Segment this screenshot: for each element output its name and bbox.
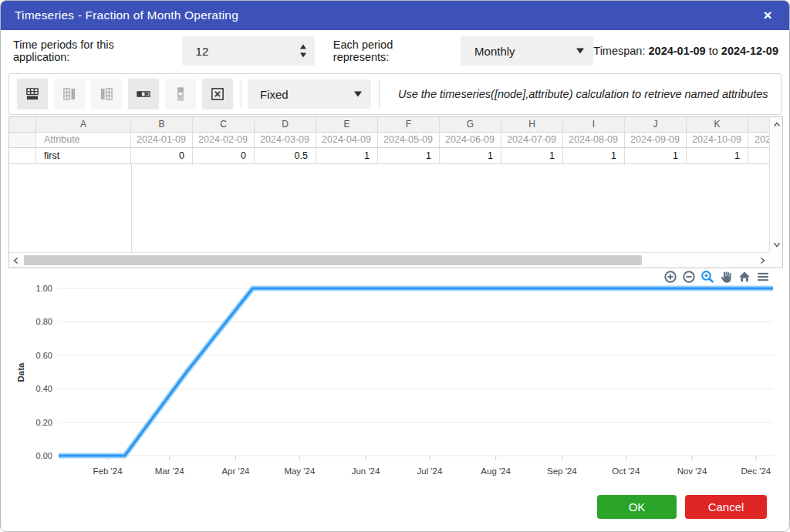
- add-column-after-button: [54, 79, 85, 109]
- svg-text:0.20: 0.20: [36, 418, 52, 427]
- attribute-grid: ABCDEFGHIJKL Attribute2024-01-092024-02-…: [8, 116, 783, 268]
- toolbar-divider: [379, 79, 380, 109]
- scroll-right-icon[interactable]: [756, 254, 768, 267]
- close-icon[interactable]: ×: [757, 5, 778, 26]
- column-header-D[interactable]: D: [255, 117, 316, 133]
- period-represents-label: Each period represents:: [333, 39, 450, 63]
- delete-column-icon: [173, 86, 188, 102]
- scrollbar-thumb[interactable]: [24, 255, 642, 265]
- ok-button[interactable]: OK: [597, 495, 677, 519]
- column-header-B[interactable]: B: [131, 117, 193, 133]
- pan-button[interactable]: [718, 269, 734, 285]
- grid-value-cell[interactable]: 1: [378, 148, 440, 164]
- horizontal-scrollbar[interactable]: [9, 252, 769, 268]
- time-periods-input[interactable]: 12: [182, 36, 315, 66]
- column-header-H[interactable]: H: [501, 117, 563, 133]
- row-header-cell[interactable]: [9, 133, 36, 148]
- column-header-F[interactable]: F: [378, 117, 440, 133]
- attribute-header-cell[interactable]: Attribute: [36, 133, 131, 148]
- column-header-J[interactable]: J: [625, 117, 687, 133]
- timespan-start: 2024-01-09: [649, 45, 706, 57]
- zoom-out-icon: [682, 270, 696, 284]
- zoom-in-button[interactable]: [663, 269, 678, 285]
- chevron-down-icon: [576, 49, 584, 54]
- date-header-cell[interactable]: 2024-02-09: [193, 133, 255, 148]
- date-header-cell[interactable]: 2024-09-09: [625, 133, 687, 148]
- box-zoom-icon: [701, 270, 714, 284]
- svg-text:Sep '24: Sep '24: [547, 466, 577, 476]
- dialog-header: Timeseries - Fraction of Month Operating…: [1, 1, 789, 30]
- date-header-cell[interactable]: 2024-08-09: [563, 133, 625, 148]
- zoom-out-button[interactable]: [681, 269, 697, 285]
- clear-table-button[interactable]: [202, 79, 233, 109]
- period-represents-select[interactable]: Monthly: [461, 36, 593, 66]
- grid-value-cell[interactable]: 1: [563, 148, 625, 164]
- grid-value-cell[interactable]: 1: [316, 148, 378, 164]
- period-represents-value: Monthly: [474, 45, 515, 58]
- timespan-end: 2024-12-09: [721, 45, 778, 57]
- svg-text:Oct '24: Oct '24: [612, 466, 640, 476]
- grid-value-cell[interactable]: 1: [501, 148, 563, 164]
- column-header-E[interactable]: E: [316, 117, 378, 133]
- date-header-cell[interactable]: 2024-11-09: [748, 133, 769, 148]
- time-periods-label: Time periods for this application:: [13, 39, 171, 63]
- svg-text:0.60: 0.60: [36, 351, 52, 360]
- spinner-down-icon[interactable]: [300, 53, 306, 58]
- delete-row-icon: [136, 86, 151, 102]
- grid-value-cell[interactable]: 1: [440, 148, 501, 164]
- date-header-cell[interactable]: 2024-05-09: [378, 133, 440, 148]
- add-row-button[interactable]: [17, 79, 48, 109]
- grid-value-cell[interactable]: 1: [687, 148, 748, 164]
- box-zoom-button[interactable]: [700, 269, 715, 285]
- date-header-cell[interactable]: 2024-10-09: [687, 133, 748, 148]
- grid-corner-cell[interactable]: [9, 117, 36, 133]
- clear-table-icon: [210, 86, 225, 102]
- spinner-arrows[interactable]: [300, 45, 306, 58]
- scroll-up-icon[interactable]: [771, 119, 782, 131]
- column-divider: [131, 164, 132, 252]
- spinner-up-icon[interactable]: [300, 45, 306, 49]
- scroll-down-icon[interactable]: [771, 238, 782, 251]
- grid-value-cell[interactable]: 0.5: [255, 148, 316, 164]
- column-header-K[interactable]: K: [687, 117, 748, 133]
- grid-value-cell[interactable]: 1: [748, 148, 769, 164]
- svg-text:May '24: May '24: [284, 466, 316, 476]
- chart-modebar: [663, 269, 771, 285]
- reset-axes-button[interactable]: [737, 269, 752, 285]
- grid-value-cell[interactable]: 0: [131, 148, 193, 164]
- date-header-cell[interactable]: 2024-01-09: [131, 133, 193, 148]
- cancel-button[interactable]: Cancel: [685, 495, 767, 519]
- row-header-cell[interactable]: [9, 148, 36, 164]
- menu-button[interactable]: [755, 269, 771, 285]
- attribute-name-cell[interactable]: first: [36, 148, 131, 164]
- grid-empty-body: [9, 164, 769, 252]
- grid-value-cell[interactable]: 1: [625, 148, 687, 164]
- column-header-C[interactable]: C: [193, 117, 255, 133]
- scroll-left-icon[interactable]: [10, 254, 22, 267]
- timeseries-chart[interactable]: 0.000.200.400.600.801.00Feb '24Mar '24Ap…: [7, 283, 785, 485]
- grid-value-cell[interactable]: 0: [193, 148, 255, 164]
- add-row-icon: [25, 86, 40, 102]
- delete-row-button[interactable]: [128, 79, 159, 109]
- toolbar-divider: [241, 79, 241, 109]
- column-header-A[interactable]: A: [36, 117, 131, 133]
- svg-text:Jun '24: Jun '24: [352, 466, 380, 476]
- date-header-cell[interactable]: 2024-07-09: [501, 133, 563, 148]
- column-header-G[interactable]: G: [440, 117, 501, 133]
- vertical-scrollbar[interactable]: [769, 117, 782, 252]
- date-header-cell[interactable]: 2024-04-09: [316, 133, 378, 148]
- grid-data-row: first000.511111111: [9, 148, 769, 164]
- svg-text:Nov '24: Nov '24: [677, 466, 707, 476]
- date-header-cell[interactable]: 2024-06-09: [440, 133, 501, 148]
- value-mode-select[interactable]: Fixed: [248, 79, 371, 109]
- reset-axes-icon: [738, 270, 751, 284]
- column-header-L[interactable]: L: [748, 117, 769, 133]
- time-periods-value: 12: [196, 45, 209, 58]
- chevron-down-icon: [354, 92, 362, 97]
- date-header-cell[interactable]: 2024-03-09: [255, 133, 316, 148]
- controls-row: Time periods for this application: 12 Ea…: [1, 30, 789, 72]
- grid-content: ABCDEFGHIJKL Attribute2024-01-092024-02-…: [9, 117, 769, 252]
- column-header-I[interactable]: I: [563, 117, 625, 133]
- pan-icon: [719, 270, 733, 284]
- value-mode-value: Fixed: [260, 88, 289, 101]
